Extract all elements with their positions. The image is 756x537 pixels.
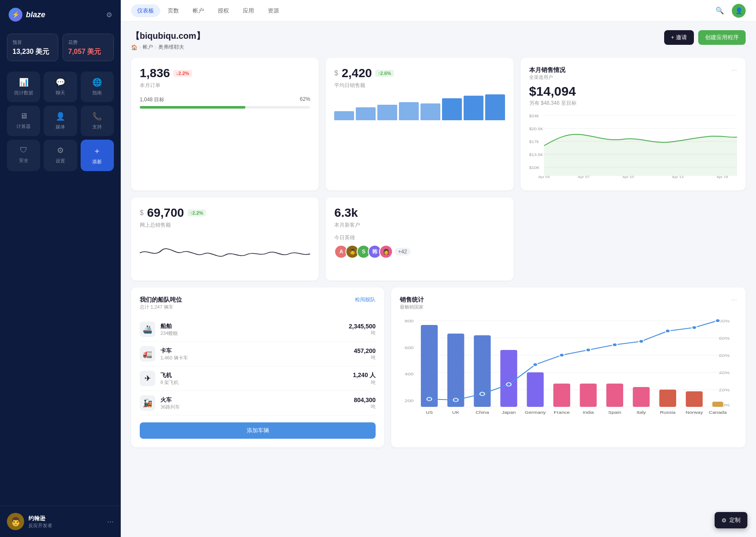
monthly-sales-value: $14,094 (529, 84, 737, 99)
breadcrumb: 🏠 › 帐户 › 奥弗维耶夫 (131, 44, 205, 51)
online-sales-label: 网上总销售额 (140, 222, 310, 229)
svg-rect-36 (553, 384, 570, 407)
svg-text:600: 600 (405, 346, 414, 350)
sidebar-item-media[interactable]: 👤 媒体 (44, 106, 77, 136)
customize-label: 定制 (729, 516, 740, 524)
svg-text:Russia: Russia (660, 411, 676, 415)
sidebar-settings-icon[interactable]: ⚙ (106, 11, 112, 19)
svg-text:Apr 16: Apr 16 (716, 175, 728, 179)
expense-card: 花费 7,057 美元 (63, 34, 114, 61)
sidebar-item-guide[interactable]: 🌐 指南 (81, 72, 114, 102)
daily-sales-number: 2,420 (342, 66, 372, 80)
sidebar: ⚡ blaze ⚙ 预算 13,230 美元 花费 7,057 美元 📊 统计数… (0, 0, 121, 537)
svg-text:Spain: Spain (608, 411, 621, 415)
ship-num: 2,345,500 (349, 323, 376, 330)
svg-text:France: France (554, 411, 570, 415)
plane-count: 8 架飞机 (160, 379, 348, 386)
fleet-item-truck: 🚛 卡车 1,460 辆卡车 457,200 吨 (140, 342, 376, 366)
sidebar-header: ⚡ blaze ⚙ (0, 0, 121, 29)
svg-text:Norway: Norway (686, 411, 703, 415)
nav-grid: 📊 统计数据 💬 聊天 🌐 指南 🖥 计算器 👤 媒体 📞 支持 🛡 安全 ⚙ (0, 68, 121, 175)
svg-text:20%: 20% (719, 388, 730, 392)
sidebar-item-calc[interactable]: 🖥 计算器 (7, 106, 40, 136)
add-vehicle-button[interactable]: 添加车辆 (140, 422, 376, 439)
svg-text:800: 800 (405, 319, 414, 323)
heroes-section: 今日英雄 A 👨 S 韩 👩 +42 (334, 234, 505, 259)
heroes-count: +42 (395, 248, 410, 256)
svg-rect-38 (606, 384, 623, 407)
new-customers-value: 6.3k (334, 206, 505, 220)
user-details: 约翰逊 反应开发者 (28, 515, 52, 529)
daily-sales-label: 平均日销售额 (334, 82, 394, 89)
svg-point-51 (639, 340, 643, 343)
tab-apps[interactable]: 应用 (237, 4, 260, 17)
svg-point-43 (427, 397, 432, 401)
train-info: 火车 36路列车 (160, 396, 348, 410)
page-title-area: 【biqubiqu.com】 🏠 › 帐户 › 奥弗维耶夫 (131, 30, 205, 51)
settings-icon: ⚙ (57, 146, 64, 155)
create-app-button[interactable]: 创建应用程序 (698, 30, 746, 45)
breadcrumb-account[interactable]: 帐户 (143, 44, 153, 51)
svg-text:India: India (583, 411, 594, 415)
expense-label: 花费 (68, 39, 108, 46)
sidebar-item-stats[interactable]: 📊 统计数据 (7, 72, 40, 102)
user-avatar: 👨 (7, 513, 24, 530)
sales-chart-more[interactable]: ··· (731, 296, 737, 304)
progress-fill (140, 106, 245, 109)
tab-auth[interactable]: 授权 (212, 4, 235, 17)
security-icon: 🛡 (20, 146, 28, 155)
tab-resources[interactable]: 资源 (262, 4, 285, 17)
support-label: 支持 (92, 124, 102, 130)
budget-card: 预算 13,230 美元 (7, 34, 58, 61)
ship-name: 船舶 (160, 322, 344, 330)
tab-pages[interactable]: 页数 (162, 4, 185, 17)
heroes-label: 今日英雄 (334, 234, 505, 241)
breadcrumb-home[interactable]: 🏠 (131, 44, 138, 50)
fleet-link[interactable]: 检阅舰队 (355, 296, 376, 303)
logo-area: ⚡ blaze (9, 8, 45, 22)
security-label: 安全 (19, 157, 28, 164)
orders-badge: ↓2.2% (173, 70, 192, 77)
monthly-sales-more[interactable]: ··· (731, 66, 737, 74)
svg-text:Apr 10: Apr 10 (622, 175, 634, 179)
svg-point-48 (559, 353, 564, 357)
support-icon: 📞 (92, 112, 102, 121)
sidebar-item-chat[interactable]: 💬 聊天 (44, 72, 77, 102)
fleet-subtitle: 总计 1,247 辆车 (140, 304, 182, 310)
sales-chart-title: 销售统计 (400, 296, 424, 304)
svg-text:$10K: $10K (529, 165, 540, 170)
tab-dashboard[interactable]: 仪表板 (131, 4, 160, 17)
tab-account[interactable]: 帐户 (187, 4, 210, 17)
customize-button[interactable]: ⚙ 定制 (715, 512, 747, 528)
online-sales-value: $ 69,700 ↑2.2% (140, 206, 310, 220)
svg-rect-37 (580, 384, 597, 407)
user-avatar-nav[interactable]: 👤 (732, 4, 746, 18)
sidebar-item-security[interactable]: 🛡 安全 (7, 140, 40, 171)
daily-sales-card: $ 2,420 ↑2.6% 平均日销售额 (326, 58, 513, 190)
new-customers-label: 本月新客户 (334, 222, 505, 229)
sidebar-item-settings[interactable]: ⚙ 设置 (44, 140, 77, 171)
svg-rect-33 (474, 335, 491, 407)
chat-label: 聊天 (56, 90, 65, 96)
svg-text:Germany: Germany (525, 411, 546, 415)
svg-text:UK: UK (452, 411, 460, 415)
search-button[interactable]: 🔍 (713, 4, 727, 18)
truck-value: 457,200 吨 (354, 347, 376, 361)
plane-num: 1,240 人 (353, 372, 376, 379)
svg-point-53 (692, 326, 696, 329)
svg-rect-32 (447, 334, 464, 407)
invite-button[interactable]: + 邀请 (664, 30, 694, 45)
media-icon: 👤 (56, 112, 65, 121)
stats-row-2: $ 69,700 ↑2.2% 网上总销售额 6.3k 本月新客户 今日英雄 (131, 197, 746, 281)
sidebar-item-support[interactable]: 📞 支持 (81, 106, 114, 136)
svg-rect-35 (527, 372, 544, 407)
svg-point-50 (612, 343, 617, 347)
ship-unit: 吨 (349, 330, 376, 336)
svg-text:400: 400 (405, 372, 414, 376)
svg-rect-39 (633, 387, 649, 407)
user-menu-icon[interactable]: ⋯ (107, 518, 114, 526)
orders-progress: 1,048 目标 62% (140, 96, 310, 109)
svg-point-44 (453, 398, 458, 402)
sidebar-item-add[interactable]: ＋ 添新 (81, 140, 114, 171)
svg-point-49 (586, 348, 591, 352)
